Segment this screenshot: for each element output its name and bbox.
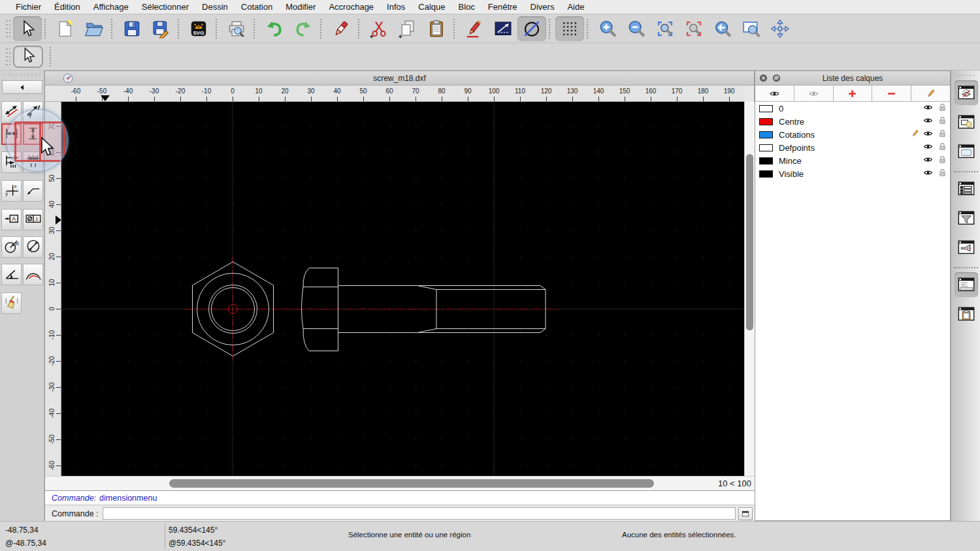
zoom-auto-button[interactable] <box>651 16 679 41</box>
zoom-in-button[interactable] <box>593 16 622 41</box>
save-button[interactable] <box>118 16 146 41</box>
dock-drag-handle[interactable] <box>956 74 976 78</box>
menu-edition[interactable]: Édition <box>48 2 87 12</box>
remove-layer-button[interactable] <box>872 86 911 101</box>
layer-lock-icon[interactable] <box>938 155 947 167</box>
dim-label-button[interactable]: A <box>1 209 22 230</box>
line-attributes-button[interactable] <box>489 16 517 41</box>
menu-divers[interactable]: Divers <box>524 2 561 12</box>
dim-tolerance-button[interactable]: .1 <box>23 209 43 230</box>
save-as-button[interactable] <box>146 16 175 41</box>
dim-angular-button[interactable] <box>1 264 22 285</box>
open-file-button[interactable] <box>80 16 108 41</box>
layer-visibility-eye-icon[interactable] <box>923 116 933 128</box>
dim-diametric-button[interactable] <box>23 236 43 258</box>
zoom-pan-button[interactable] <box>766 16 794 41</box>
layer-lock-icon[interactable] <box>938 116 947 128</box>
command-input[interactable] <box>103 507 736 520</box>
layer-lock-icon[interactable] <box>938 168 947 180</box>
layer-color-swatch[interactable] <box>759 131 773 138</box>
selection-filter-panel-button[interactable] <box>955 206 978 230</box>
layer-lock-icon[interactable] <box>938 129 947 141</box>
notes-panel-button[interactable] <box>955 302 978 326</box>
layer-row[interactable]: Cotations <box>755 128 950 141</box>
add-layer-button[interactable] <box>834 86 873 101</box>
back-button[interactable] <box>2 80 42 94</box>
layer-visibility-eye-icon[interactable] <box>923 102 933 115</box>
show-all-layers-button[interactable] <box>755 86 794 101</box>
pen-attributes-button[interactable] <box>460 16 489 41</box>
menu-modifier[interactable]: Modifier <box>279 2 322 12</box>
menu-cotation[interactable]: Cotation <box>235 2 279 12</box>
horizontal-scrollbar[interactable] <box>61 477 711 491</box>
pen-wizard-panel-button[interactable] <box>955 235 978 260</box>
new-document-button[interactable] <box>51 16 80 41</box>
undo-button[interactable] <box>260 16 289 41</box>
layer-visibility-eye-icon[interactable] <box>923 168 933 180</box>
drawing-canvas[interactable] <box>61 102 744 476</box>
menu-affichage[interactable]: Affichage <box>87 2 135 12</box>
library-browser-panel-button[interactable] <box>955 139 978 164</box>
hide-all-layers-button[interactable] <box>794 86 834 101</box>
horizontal-scrollbar-thumb[interactable] <box>169 479 654 488</box>
dim-radial-button[interactable]: R <box>1 236 22 258</box>
layer-row[interactable]: Centre <box>755 115 950 128</box>
vertical-scrollbar[interactable] <box>744 102 755 476</box>
menu-fenetre[interactable]: Fenêtre <box>482 2 524 12</box>
menu-bloc[interactable]: Bloc <box>451 2 481 12</box>
toolbar-drag-handle[interactable] <box>5 47 10 67</box>
zoom-previous-button[interactable] <box>679 16 708 41</box>
copy-button[interactable] <box>393 16 422 41</box>
command-line-panel-button[interactable] <box>955 272 978 297</box>
menu-accrochage[interactable]: Accrochage <box>322 2 380 12</box>
layer-color-swatch[interactable] <box>759 118 773 125</box>
layer-visibility-eye-icon[interactable] <box>923 142 933 154</box>
vertical-scrollbar-thumb[interactable] <box>746 154 753 330</box>
zoom-window-button[interactable] <box>737 16 766 41</box>
toolbar-drag-handle[interactable] <box>5 19 10 39</box>
layer-lock-icon[interactable] <box>938 102 947 115</box>
select-tool-button[interactable] <box>13 46 43 68</box>
dim-leader-button[interactable] <box>23 180 43 202</box>
layer-color-swatch[interactable] <box>759 105 773 112</box>
print-preview-button[interactable] <box>222 16 251 41</box>
menu-infos[interactable]: Infos <box>380 2 412 12</box>
draft-mode-button[interactable] <box>517 16 546 41</box>
layer-visibility-eye-icon[interactable] <box>923 155 933 167</box>
edit-layer-button[interactable] <box>911 86 950 101</box>
layer-lock-icon[interactable] <box>938 142 947 154</box>
block-list-panel-button[interactable] <box>955 110 978 134</box>
delete-button[interactable] <box>327 16 355 41</box>
grid-toggle-button[interactable] <box>555 16 584 41</box>
layer-color-swatch[interactable] <box>759 157 773 165</box>
layer-row[interactable]: 0 <box>755 102 950 115</box>
layer-row[interactable]: Defpoints <box>755 141 950 154</box>
command-window-button[interactable] <box>738 507 753 520</box>
layer-color-swatch[interactable] <box>759 144 773 151</box>
layer-visibility-eye-icon[interactable] <box>923 129 933 141</box>
layer-row[interactable]: Mince <box>755 154 950 167</box>
menu-selectionner[interactable]: Sélectionner <box>135 2 195 12</box>
menu-fichier[interactable]: Fichier <box>9 2 48 12</box>
dim-regenerate-button[interactable] <box>1 292 22 314</box>
menu-aide[interactable]: Aide <box>561 2 591 12</box>
menu-calque[interactable]: Calque <box>412 2 451 12</box>
layer-list-panel-button[interactable] <box>955 80 978 105</box>
cut-button[interactable] <box>365 16 393 41</box>
layer-color-swatch[interactable] <box>759 170 773 178</box>
zoom-back-button[interactable] <box>708 16 737 41</box>
drawing-window-titlebar[interactable]: screw_m18.dxf <box>45 71 754 86</box>
entity-list-panel-button[interactable] <box>955 176 978 201</box>
paste-button[interactable] <box>422 16 451 41</box>
redo-button[interactable] <box>289 16 318 41</box>
layer-row[interactable]: Visible <box>755 167 950 180</box>
dim-ordinate-button[interactable]: xy <box>1 180 22 202</box>
menu-dessin[interactable]: Dessin <box>195 2 235 12</box>
dim-arc-button[interactable] <box>23 264 43 285</box>
svg-export-button[interactable]: SVG <box>184 16 213 41</box>
ruler-label: 110 <box>515 87 525 95</box>
select-arrow-button[interactable] <box>13 16 42 41</box>
dock-drag-handle[interactable] <box>3 73 41 78</box>
grid-dots <box>76 126 730 465</box>
zoom-out-button[interactable] <box>622 16 651 41</box>
